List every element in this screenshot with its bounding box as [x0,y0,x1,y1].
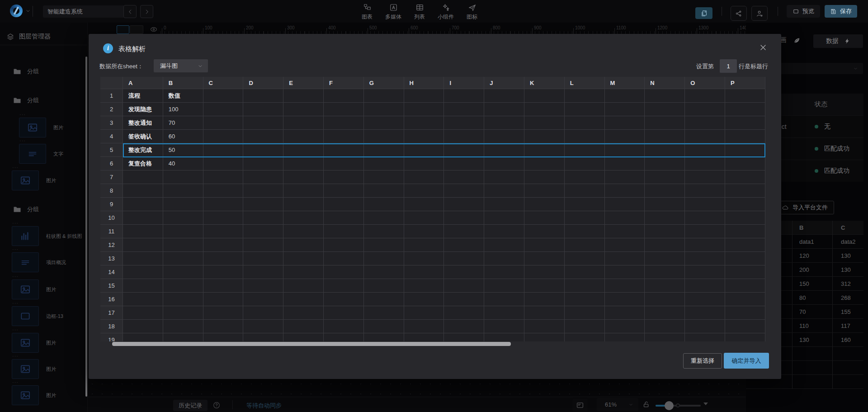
sheet-cell[interactable] [685,211,725,225]
sheet-cell[interactable] [324,130,364,143]
sheet-column-header[interactable]: A [123,77,163,89]
sheet-cell[interactable] [524,170,565,184]
sheet-cell[interactable] [163,184,203,198]
sheet-row-number[interactable]: 14 [100,265,123,279]
sheet-cell[interactable] [243,103,283,116]
sheet-cell[interactable] [243,293,283,306]
sheet-cell[interactable] [404,306,444,320]
sheet-cell[interactable] [324,89,364,103]
sheet-cell[interactable] [605,130,645,143]
sheet-row-number[interactable]: 16 [100,293,123,306]
sheet-cell[interactable] [645,157,685,170]
sheet-cell[interactable] [685,225,725,238]
sheet-cell[interactable] [243,198,283,211]
sheet-column-header[interactable]: H [404,77,444,89]
sheet-cell[interactable] [283,293,324,306]
sheet-cell[interactable] [364,225,404,238]
sheet-cell[interactable] [203,211,244,225]
sheet-cell[interactable] [725,238,765,252]
sheet-cell[interactable] [444,170,484,184]
sheet-cell[interactable] [645,225,685,238]
sheet-cell[interactable] [645,293,685,306]
sheet-cell[interactable] [283,170,324,184]
sheet-column-header[interactable]: F [324,77,364,89]
sheet-cell[interactable] [725,333,765,341]
sheet-cell[interactable] [123,279,163,293]
sheet-cell[interactable] [404,333,444,341]
header-row-input[interactable] [720,59,737,73]
sheet-cell[interactable] [283,279,324,293]
sheet-cell[interactable] [364,116,404,130]
sheet-cell[interactable] [605,184,645,198]
sheet-cell[interactable] [725,211,765,225]
sheet-cell[interactable] [404,252,444,265]
sheet-cell[interactable] [685,333,725,341]
sheet-cell[interactable] [484,170,524,184]
sheet-cell[interactable] [203,333,244,341]
sheet-cell[interactable] [243,170,283,184]
sheet-column-header[interactable]: J [484,77,524,89]
sheet-cell[interactable] [484,89,524,103]
sheet-cell[interactable] [243,333,283,341]
sheet-cell[interactable] [725,293,765,306]
sheet-cell[interactable] [364,252,404,265]
sheet-cell[interactable] [725,225,765,238]
sheet-cell[interactable] [283,333,324,341]
sheet-cell[interactable] [444,211,484,225]
sheet-cell[interactable] [444,157,484,170]
sheet-cell[interactable] [163,333,203,341]
sheet-cell[interactable] [565,265,605,279]
sheet-cell[interactable] [685,252,725,265]
sheet-cell[interactable] [404,238,444,252]
chevron-down-icon[interactable] [25,8,31,14]
sheet-cell[interactable] [203,116,244,130]
sheet-cell[interactable] [605,279,645,293]
sheet-cell[interactable] [163,238,203,252]
sheet-cell[interactable] [484,103,524,116]
sheet-cell[interactable] [524,306,565,320]
sheet-cell[interactable] [444,130,484,143]
sheet-cell[interactable] [685,279,725,293]
sheet-cell[interactable] [123,238,163,252]
sheet-cell[interactable] [404,279,444,293]
confirm-import-button[interactable]: 确定并导入 [724,353,769,369]
sheet-cell[interactable]: 复查合格 [123,157,163,170]
sheet-cell[interactable] [444,103,484,116]
sheet-column-header[interactable]: L [565,77,605,89]
sheet-cell[interactable] [203,238,244,252]
sheet-cell[interactable] [283,103,324,116]
sheet-cell[interactable] [685,170,725,184]
sheet-cell[interactable] [324,184,364,198]
sheet-cell[interactable] [725,103,765,116]
sheet-cell[interactable] [243,211,283,225]
sheet-cell[interactable] [565,211,605,225]
sheet-cell[interactable] [605,265,645,279]
save-button[interactable]: 保存 [825,5,857,18]
sheet-row-number[interactable]: 2 [100,103,123,116]
sheet-cell[interactable] [444,238,484,252]
sheet-cell[interactable] [163,252,203,265]
sheet-cell[interactable] [605,333,645,341]
sheet-row-number[interactable]: 8 [100,184,123,198]
sheet-cell[interactable] [404,157,444,170]
sheet-cell[interactable] [364,89,404,103]
sheet-cell[interactable] [725,198,765,211]
sheet-cell[interactable] [324,198,364,211]
sheet-row-number[interactable]: 11 [100,225,123,238]
sheet-cell[interactable] [243,279,283,293]
sheet-cell[interactable] [203,184,244,198]
back-button[interactable] [123,5,137,18]
sheet-cell[interactable] [404,103,444,116]
sheet-cell[interactable] [243,184,283,198]
sheet-column-header[interactable]: M [605,77,645,89]
sheet-cell[interactable] [444,89,484,103]
sheet-cell[interactable] [444,225,484,238]
sheet-cell[interactable] [203,103,244,116]
sheet-cell[interactable] [605,320,645,333]
sheet-cell[interactable] [444,184,484,198]
sheet-row-number[interactable]: 6 [100,157,123,170]
toolbar-item-widget[interactable]: 小组件 [436,3,456,20]
sheet-cell[interactable] [163,170,203,184]
sheet-cell[interactable] [685,293,725,306]
sheet-cell[interactable] [685,320,725,333]
